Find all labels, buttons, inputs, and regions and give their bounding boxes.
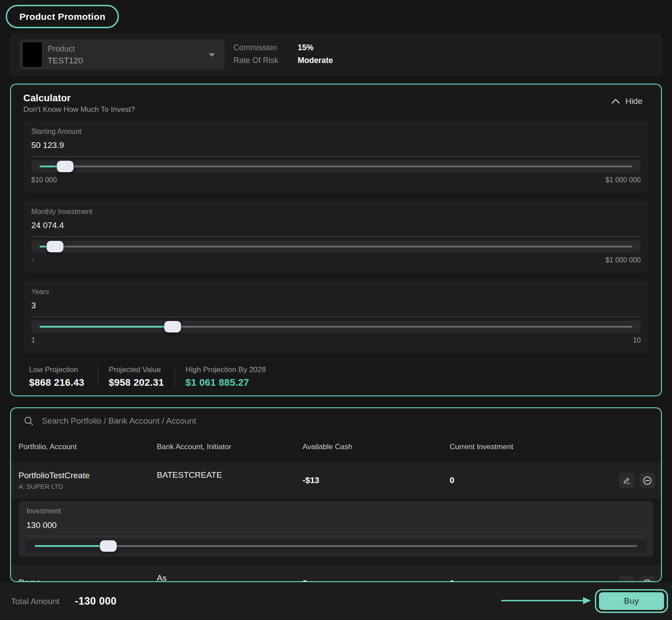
slider-rail xyxy=(35,545,637,547)
product-select-value: TEST120 xyxy=(48,56,83,66)
slider-fill xyxy=(40,326,173,328)
slider-track[interactable] xyxy=(31,160,641,173)
high-projection-value: $1 061 885.27 xyxy=(185,377,266,388)
slider-thumb[interactable] xyxy=(47,241,63,252)
pen-icon xyxy=(622,476,631,485)
high-projection-label: High Projection By 2028 xyxy=(185,365,266,374)
footer-bar: Total Amount -130 000 Buy xyxy=(0,582,672,620)
search-input[interactable] xyxy=(42,416,661,426)
slider-thumb[interactable] xyxy=(100,540,117,552)
column-header-bank-account: Bank Account, Initiator xyxy=(157,443,303,451)
projected-value: Projected Value $958 202.31 xyxy=(109,365,164,388)
row-actions xyxy=(619,473,655,488)
total-amount-value: -130 000 xyxy=(75,595,117,607)
portfolio-table-section: Portfolio, Account Bank Account, Initiat… xyxy=(10,407,662,582)
product-info: Commission 15% Rate Of Risk Moderate xyxy=(233,43,333,65)
investment-value-input[interactable]: 130 000 xyxy=(26,520,57,530)
divider xyxy=(174,366,175,388)
investment-label: Investment xyxy=(26,507,61,515)
projection-summary: Low Projection $868 216.43 Projected Val… xyxy=(29,365,266,388)
page-title: Product Promotion xyxy=(19,11,105,22)
divider xyxy=(98,366,98,388)
slider-card-monthly-investment: Monthly Investment 24 074.4 - $1 000 000 xyxy=(23,201,649,273)
slider-max-label: $1 000 000 xyxy=(606,256,641,264)
commission-label: Commission xyxy=(233,43,298,52)
commission-value: 15% xyxy=(298,43,333,52)
slider-track[interactable] xyxy=(31,321,641,333)
hide-button-label: Hide xyxy=(625,96,642,106)
available-cash-cell: -$13 xyxy=(303,476,450,485)
table-header: Portfolio, Account Bank Account, Initiat… xyxy=(11,434,661,460)
slider-fill xyxy=(35,545,108,547)
column-header-portfolio: Portfolio, Account xyxy=(18,443,157,451)
slider-max-label: $1 000 000 xyxy=(606,176,641,184)
projected-value-label: Projected Value xyxy=(109,365,164,374)
risk-value: Moderate xyxy=(298,56,333,65)
search-bar xyxy=(11,408,661,434)
slider-value-input[interactable]: 50 123.9 xyxy=(31,140,64,150)
available-cash-cell: $ xyxy=(303,579,450,582)
column-header-current-investment: Current Investment xyxy=(450,443,661,451)
calculator-subtitle: Don't Know How Much To Invest? xyxy=(23,105,135,114)
slider-thumb[interactable] xyxy=(57,161,74,172)
product-image xyxy=(23,42,42,67)
slider-card-starting-amount: Starting Amount 50 123.9 $10 000 $1 000 … xyxy=(23,121,649,192)
pen-icon xyxy=(622,579,631,582)
investment-slider-track[interactable] xyxy=(26,540,646,552)
edit-button[interactable] xyxy=(619,576,634,583)
portfolio-cell: Demo xyxy=(18,578,157,583)
slider-range-labels: - $1 000 000 xyxy=(31,256,641,264)
high-projection: High Projection By 2028 $1 061 885.27 xyxy=(185,365,266,388)
input-underline xyxy=(26,536,646,536)
total-amount-label: Total Amount xyxy=(11,597,59,606)
table-row[interactable]: PortfolioTestCreate A: SUPER LTD BATESTC… xyxy=(11,462,661,498)
low-projection: Low Projection $868 216.43 xyxy=(29,365,87,388)
slider-label: Starting Amount xyxy=(31,128,81,136)
slider-min-label: 1 xyxy=(31,336,35,344)
remove-button[interactable] xyxy=(639,576,655,583)
risk-label: Rate Of Risk xyxy=(233,56,298,65)
product-bar: Product TEST120 Commission 15% Rate Of R… xyxy=(10,33,662,76)
account-name: A: SUPER LTD xyxy=(18,483,157,490)
slider-label: Years xyxy=(31,288,49,296)
edit-button[interactable] xyxy=(619,473,634,488)
column-header-available-cash: Available Cash xyxy=(303,443,450,451)
slider-thumb[interactable] xyxy=(164,321,181,332)
slider-min-label: $10 000 xyxy=(31,176,57,184)
table-row[interactable]: Demo As $ 0 xyxy=(11,565,661,582)
remove-button[interactable] xyxy=(639,473,655,488)
slider-range-labels: $10 000 $1 000 000 xyxy=(31,176,641,184)
slider-rail xyxy=(40,326,632,328)
calculator-section: Calculator Don't Know How Much To Invest… xyxy=(10,84,662,396)
minus-circle-icon xyxy=(642,476,652,485)
slider-label: Monthly Investment xyxy=(31,208,92,216)
input-underline xyxy=(31,317,641,317)
slider-max-label: 10 xyxy=(633,336,641,344)
slider-range-labels: 1 10 xyxy=(31,336,641,344)
slider-value-input[interactable]: 24 074.4 xyxy=(31,221,64,230)
investment-editor: Investment 130 000 xyxy=(18,501,654,557)
low-projection-label: Low Projection xyxy=(29,365,85,374)
slider-min-label: - xyxy=(31,256,33,264)
product-select-label: Product xyxy=(48,44,75,54)
page: Product Promotion Product TEST120 Commis… xyxy=(0,0,672,620)
portfolio-name: PortfolioTestCreate xyxy=(18,471,157,480)
slider-card-years: Years 3 1 10 xyxy=(23,281,649,353)
buy-button[interactable]: Buy xyxy=(599,592,664,610)
slider-track[interactable] xyxy=(31,240,641,253)
slider-rail xyxy=(40,246,632,247)
product-select[interactable]: Product TEST120 xyxy=(19,40,225,70)
hide-button[interactable]: Hide xyxy=(611,96,642,106)
bank-account-cell: As xyxy=(157,573,303,582)
portfolio-name: Demo xyxy=(18,578,157,583)
buy-button-annotation: Buy xyxy=(595,589,668,613)
portfolio-cell: PortfolioTestCreate A: SUPER LTD xyxy=(18,471,157,490)
projected-value-value: $958 202.31 xyxy=(109,377,164,388)
bank-account-cell: BATESTCREATE xyxy=(157,470,303,480)
caret-down-icon xyxy=(209,53,215,57)
slider-rail xyxy=(40,166,632,167)
input-underline xyxy=(31,156,641,157)
arrow-right-icon xyxy=(501,595,592,606)
minus-circle-icon xyxy=(642,579,652,582)
slider-value-input[interactable]: 3 xyxy=(31,301,36,310)
